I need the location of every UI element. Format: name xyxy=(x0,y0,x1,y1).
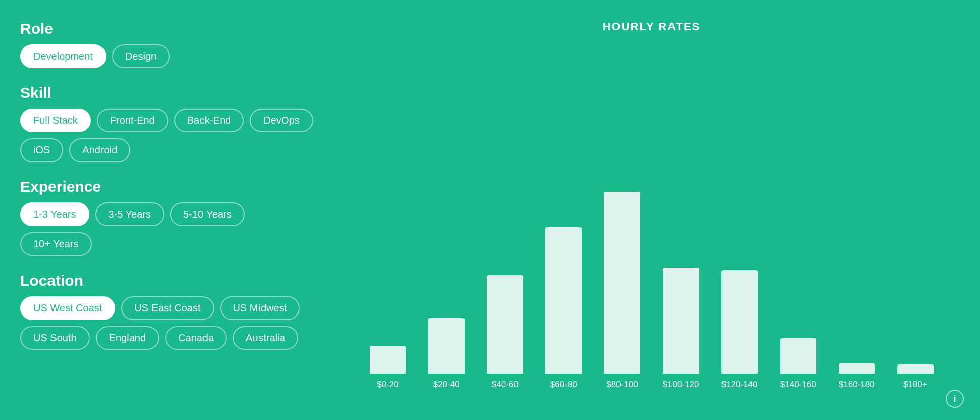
bar-label: $100-120 xyxy=(663,380,699,390)
bar-label: $180+ xyxy=(903,380,927,390)
bar-group: $100-120 xyxy=(651,268,710,390)
bars-area: $0-20$20-40$40-60$60-80$80-100$100-120$1… xyxy=(353,178,950,390)
bar-label: $60-80 xyxy=(550,380,577,390)
skill-pills: Full StackFront-EndBack-EndDevOpsiOSAndr… xyxy=(20,109,313,162)
experience-pills: 1-3 Years3-5 Years5-10 Years10+ Years xyxy=(20,202,313,256)
right-panel: HOURLY RATES $0-20$20-40$40-60$60-80$80-… xyxy=(333,0,980,420)
pill-us-midwest[interactable]: US Midwest xyxy=(220,296,300,320)
left-panel: Role DevelopmentDesign Skill Full StackF… xyxy=(0,0,333,420)
bar-label: $120-140 xyxy=(721,380,758,390)
bar-label: $20-40 xyxy=(433,380,460,390)
info-icon[interactable]: i xyxy=(946,390,964,408)
bar-group: $180+ xyxy=(886,364,945,390)
bar-$0-20 xyxy=(370,346,406,374)
bar-label: $140-160 xyxy=(780,380,816,390)
role-section: Role DevelopmentDesign xyxy=(20,20,313,68)
bar-group: $0-20 xyxy=(358,346,417,390)
bar-label: $0-20 xyxy=(377,380,398,390)
bar-$40-60 xyxy=(487,275,523,374)
bar-label: $40-60 xyxy=(492,380,519,390)
location-section: Location US West CoastUS East CoastUS Mi… xyxy=(20,272,313,350)
pill-us-west-coast[interactable]: US West Coast xyxy=(20,296,115,320)
location-title: Location xyxy=(20,272,313,289)
pill-5-10-years[interactable]: 5-10 Years xyxy=(170,202,245,226)
bar-group: $160-180 xyxy=(828,363,886,390)
pill-us-south[interactable]: US South xyxy=(20,326,90,350)
bar-group: $120-140 xyxy=(710,270,769,390)
pill-development[interactable]: Development xyxy=(20,44,106,68)
pill-3-5-years[interactable]: 3-5 Years xyxy=(95,202,165,226)
bar-$100-120 xyxy=(663,268,699,374)
pill-canada[interactable]: Canada xyxy=(165,326,227,350)
chart-container: $0-20$20-40$40-60$60-80$80-100$100-120$1… xyxy=(353,43,950,390)
bar-group: $140-160 xyxy=(769,338,828,390)
pill-back-end[interactable]: Back-End xyxy=(174,109,244,132)
bar-$180+ xyxy=(897,364,934,374)
bar-$160-180 xyxy=(839,363,875,374)
location-pills: US West CoastUS East CoastUS MidwestUS S… xyxy=(20,296,313,350)
pill-design[interactable]: Design xyxy=(112,44,170,68)
bar-$60-80 xyxy=(545,227,582,374)
pill-front-end[interactable]: Front-End xyxy=(97,109,168,132)
bar-$120-140 xyxy=(721,270,758,374)
skill-section: Skill Full StackFront-EndBack-EndDevOpsi… xyxy=(20,84,313,162)
bar-label: $160-180 xyxy=(839,380,875,390)
pill-england[interactable]: England xyxy=(96,326,159,350)
bar-$80-100 xyxy=(604,192,640,374)
pill-10+-years[interactable]: 10+ Years xyxy=(20,232,92,256)
experience-section: Experience 1-3 Years3-5 Years5-10 Years1… xyxy=(20,178,313,256)
role-title: Role xyxy=(20,20,313,37)
pill-australia[interactable]: Australia xyxy=(233,326,298,350)
pill-us-east-coast[interactable]: US East Coast xyxy=(121,296,214,320)
pill-ios[interactable]: iOS xyxy=(20,138,63,162)
bar-$140-160 xyxy=(780,338,816,374)
pill-full-stack[interactable]: Full Stack xyxy=(20,109,91,132)
bar-group: $80-100 xyxy=(593,192,651,390)
bar-$20-40 xyxy=(428,318,465,374)
chart-title: HOURLY RATES xyxy=(603,20,701,33)
pill-android[interactable]: Android xyxy=(69,138,130,162)
pill-devops[interactable]: DevOps xyxy=(250,109,313,132)
bar-group: $20-40 xyxy=(417,318,476,390)
bar-label: $80-100 xyxy=(606,380,638,390)
role-pills: DevelopmentDesign xyxy=(20,44,313,68)
skill-title: Skill xyxy=(20,84,313,101)
experience-title: Experience xyxy=(20,178,313,195)
bar-group: $40-60 xyxy=(476,275,534,390)
bar-group: $60-80 xyxy=(534,227,593,390)
pill-1-3-years[interactable]: 1-3 Years xyxy=(20,202,89,226)
